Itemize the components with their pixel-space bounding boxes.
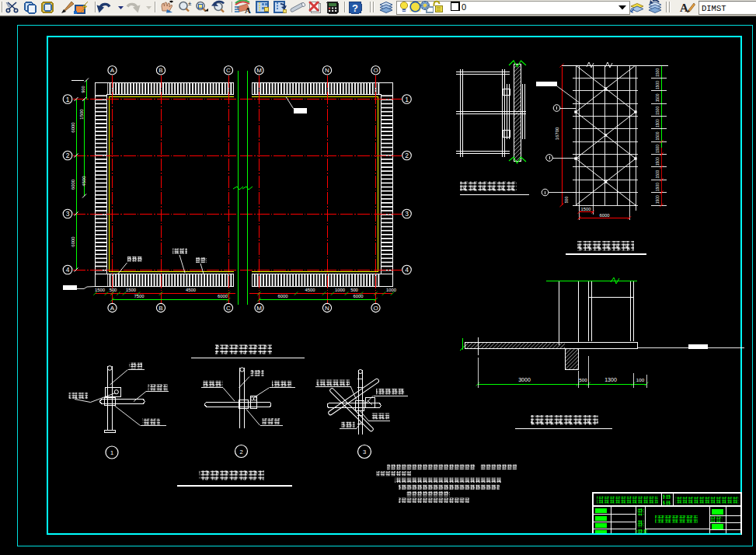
svg-text:6000: 6000 [278,294,288,298]
svg-text:1500: 1500 [656,119,660,127]
svg-text:6000: 6000 [354,294,364,298]
svg-text:4: 4 [405,266,409,274]
svg-text:1500: 1500 [656,68,660,76]
svg-text:1500: 1500 [656,195,660,204]
svg-text:M: M [256,305,262,312]
svg-text:0: 0 [462,2,466,12]
svg-text:3: 3 [405,210,409,218]
svg-text:1500: 1500 [126,288,136,292]
svg-text:B: B [159,67,162,74]
svg-text:6000: 6000 [71,236,75,247]
svg-text:A: A [110,305,115,312]
svg-text:6000: 6000 [71,179,75,190]
svg-text:2: 2 [66,152,70,159]
svg-text:500: 500 [110,288,117,292]
svg-text:1500: 1500 [656,131,660,140]
svg-text:1500: 1500 [581,207,591,211]
svg-text:1500: 1500 [79,109,84,120]
svg-text:M: M [256,67,262,74]
svg-text:1500: 1500 [656,169,660,178]
svg-text:7500: 7500 [134,294,145,298]
svg-text:1500: 1500 [656,157,660,166]
svg-text:4500: 4500 [82,176,86,187]
svg-text:1: 1 [405,96,409,103]
svg-text:3: 3 [363,449,366,456]
svg-text:1500: 1500 [656,93,660,102]
svg-text:4500: 4500 [186,288,196,292]
svg-text:O: O [373,67,378,74]
svg-text:4: 4 [66,266,70,274]
svg-text:1500: 1500 [656,145,660,153]
svg-text:6000: 6000 [600,213,610,218]
svg-text:6000: 6000 [218,294,228,298]
svg-text:2: 2 [405,152,409,159]
svg-text:1500: 1500 [656,106,660,115]
svg-text:±: ± [188,0,192,7]
svg-text:1500: 1500 [656,183,660,191]
svg-text:500: 500 [350,288,358,292]
svg-text:O: O [373,305,378,312]
svg-text:C: C [226,67,231,74]
svg-text:16700: 16700 [555,127,559,140]
svg-text:N: N [325,305,329,312]
svg-text:A: A [245,5,251,15]
svg-text:3000: 3000 [518,377,531,382]
svg-text:C: C [226,305,231,312]
svg-text:6000: 6000 [71,122,75,133]
svg-text:N: N [325,67,329,74]
svg-text:B: B [159,305,162,312]
svg-text:1300: 1300 [604,377,617,382]
svg-text:100: 100 [636,377,645,382]
svg-text:500: 500 [564,197,569,204]
svg-text:A: A [110,67,115,74]
svg-text:4500: 4500 [305,288,315,292]
svg-text:?: ? [352,2,358,14]
svg-text:500: 500 [579,377,587,382]
svg-text:3: 3 [66,210,70,218]
svg-text:1500: 1500 [656,81,660,89]
svg-text:900: 900 [81,86,85,92]
svg-text:DIMST: DIMST [702,4,726,13]
svg-text:2: 2 [239,449,242,456]
svg-text:1000: 1000 [335,288,345,292]
svg-text:1000: 1000 [386,288,396,292]
svg-text:1: 1 [110,449,113,456]
svg-text:1: 1 [66,96,70,103]
svg-text:1500: 1500 [95,288,105,292]
